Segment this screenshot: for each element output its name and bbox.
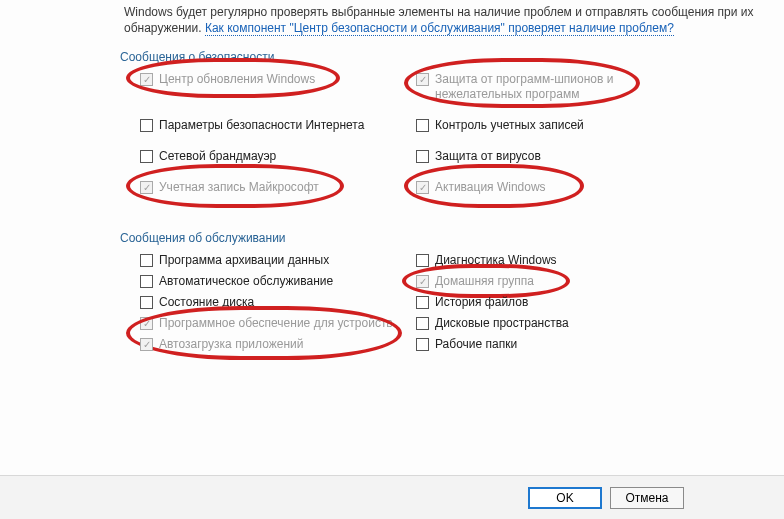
checkbox-ms-account: ✓ [140,181,153,194]
label-work-folders: Рабочие папки [435,337,517,352]
label-disk-state: Состояние диска [159,295,254,310]
checkbox-auto-maint[interactable]: ✓ [140,275,153,288]
checkbox-spyware: ✓ [416,73,429,86]
label-virus: Защита от вирусов [435,149,541,164]
checkbox-internet-security[interactable]: ✓ [140,119,153,132]
checkbox-diagnostics[interactable]: ✓ [416,254,429,267]
checkbox-activation: ✓ [416,181,429,194]
cancel-button[interactable]: Отмена [610,487,684,509]
opt-windows-update: ✓ Центр обновления Windows [140,72,412,102]
checkbox-file-history[interactable]: ✓ [416,296,429,309]
opt-virus[interactable]: ✓ Защита от вирусов [416,149,688,164]
label-app-startup: Автозагрузка приложений [159,337,303,352]
opt-diagnostics[interactable]: ✓ Диагностика Windows [416,253,688,268]
opt-auto-maint[interactable]: ✓ Автоматическое обслуживание [140,274,412,289]
label-uac: Контроль учетных записей [435,118,584,133]
label-backup: Программа архивации данных [159,253,329,268]
opt-work-folders[interactable]: ✓ Рабочие папки [416,337,688,352]
label-activation: Активация Windows [435,180,546,195]
opt-firewall[interactable]: ✓ Сетевой брандмауэр [140,149,412,164]
label-device-software: Программное обеспечение для устройств [159,316,393,331]
checkbox-windows-update: ✓ [140,73,153,86]
label-spyware: Защита от программ-шпионов и нежелательн… [435,72,688,102]
checkbox-storage-spaces[interactable]: ✓ [416,317,429,330]
opt-internet-security[interactable]: ✓ Параметры безопасности Интернета [140,118,412,133]
label-homegroup: Домашняя группа [435,274,534,289]
checkbox-uac[interactable]: ✓ [416,119,429,132]
opt-file-history[interactable]: ✓ История файлов [416,295,688,310]
opt-app-startup: ✓ Автозагрузка приложений [140,337,412,352]
opt-activation: ✓ Активация Windows [416,180,688,195]
checkbox-device-software: ✓ [140,317,153,330]
checkbox-homegroup: ✓ [416,275,429,288]
opt-backup[interactable]: ✓ Программа архивации данных [140,253,412,268]
checkbox-disk-state[interactable]: ✓ [140,296,153,309]
checkbox-app-startup: ✓ [140,338,153,351]
opt-ms-account: ✓ Учетная запись Майкрософт [140,180,412,195]
label-storage-spaces: Дисковые пространства [435,316,569,331]
maintenance-section-title: Сообщения об обслуживании [120,231,760,245]
label-auto-maint: Автоматическое обслуживание [159,274,333,289]
intro-text: Windows будет регулярно проверять выбран… [124,4,760,36]
ok-button[interactable]: OK [528,487,602,509]
checkbox-virus[interactable]: ✓ [416,150,429,163]
opt-spyware: ✓ Защита от программ-шпионов и нежелател… [416,72,688,102]
opt-uac[interactable]: ✓ Контроль учетных записей [416,118,688,133]
label-file-history: История файлов [435,295,528,310]
label-firewall: Сетевой брандмауэр [159,149,276,164]
label-diagnostics: Диагностика Windows [435,253,557,268]
label-windows-update: Центр обновления Windows [159,72,315,87]
security-section-title: Сообщения о безопасности [120,50,760,64]
dialog-footer: OK Отмена [0,475,784,519]
checkbox-backup[interactable]: ✓ [140,254,153,267]
opt-storage-spaces[interactable]: ✓ Дисковые пространства [416,316,688,331]
intro-help-link[interactable]: Как компонент "Центр безопасности и обсл… [205,21,674,36]
checkbox-firewall[interactable]: ✓ [140,150,153,163]
opt-homegroup: ✓ Домашняя группа [416,274,688,289]
label-ms-account: Учетная запись Майкрософт [159,180,319,195]
label-internet-security: Параметры безопасности Интернета [159,118,364,133]
opt-disk-state[interactable]: ✓ Состояние диска [140,295,412,310]
checkbox-work-folders[interactable]: ✓ [416,338,429,351]
opt-device-software: ✓ Программное обеспечение для устройств [140,316,412,331]
